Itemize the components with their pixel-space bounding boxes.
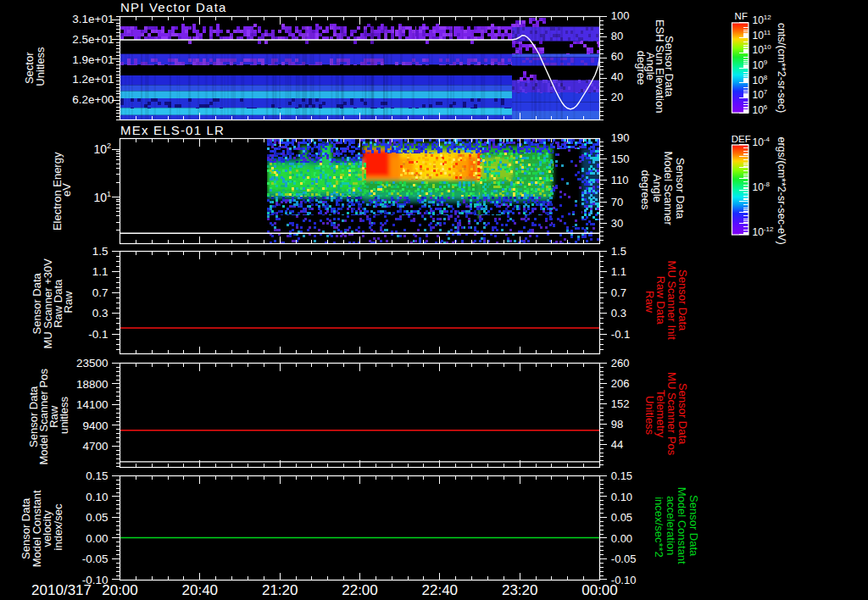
svg-text:110: 110 bbox=[611, 174, 629, 186]
svg-text:6.2e+00: 6.2e+00 bbox=[72, 93, 114, 106]
svg-text:20: 20 bbox=[611, 91, 623, 103]
svg-text:1.2e+01: 1.2e+01 bbox=[72, 73, 114, 86]
svg-text:00:00: 00:00 bbox=[581, 582, 618, 598]
svg-text:40: 40 bbox=[611, 70, 623, 83]
svg-text:3.1e+01: 3.1e+01 bbox=[72, 13, 114, 25]
svg-text:0.05: 0.05 bbox=[86, 511, 108, 524]
svg-text:30: 30 bbox=[611, 217, 623, 230]
svg-text:-0.05: -0.05 bbox=[82, 553, 108, 565]
svg-text:0.15: 0.15 bbox=[86, 469, 108, 482]
svg-text:260: 260 bbox=[611, 357, 630, 369]
svg-text:70: 70 bbox=[611, 196, 623, 208]
svg-text:20:40: 20:40 bbox=[182, 582, 219, 598]
svg-text:1.9e+01: 1.9e+01 bbox=[72, 53, 114, 66]
svg-text:98: 98 bbox=[611, 418, 623, 431]
svg-text:23:20: 23:20 bbox=[502, 582, 538, 598]
svg-text:150: 150 bbox=[611, 153, 630, 165]
svg-text:2010/317: 2010/317 bbox=[31, 582, 92, 598]
svg-text:0.7: 0.7 bbox=[611, 286, 626, 299]
svg-text:NPI Vector Data: NPI Vector Data bbox=[120, 0, 227, 14]
svg-text:Sector Unitless: Sector Unitless bbox=[23, 47, 47, 86]
svg-text:22:40: 22:40 bbox=[422, 582, 459, 598]
svg-text:-0.1: -0.1 bbox=[88, 328, 108, 341]
svg-text:0.05: 0.05 bbox=[611, 511, 632, 524]
svg-text:0.7: 0.7 bbox=[92, 286, 108, 299]
svg-text:0.00: 0.00 bbox=[86, 532, 108, 545]
svg-text:80: 80 bbox=[611, 30, 623, 42]
svg-text:0.00: 0.00 bbox=[611, 532, 632, 545]
svg-text:0.10: 0.10 bbox=[86, 491, 108, 503]
svg-text:14100: 14100 bbox=[76, 398, 108, 411]
svg-text:cnts/(cm**2-sr-sec): cnts/(cm**2-sr-sec) bbox=[776, 23, 787, 113]
svg-text:DEF: DEF bbox=[732, 134, 751, 144]
svg-text:60: 60 bbox=[611, 50, 623, 63]
svg-text:190: 190 bbox=[611, 131, 630, 144]
svg-text:4700: 4700 bbox=[82, 440, 108, 453]
svg-text:0.3: 0.3 bbox=[92, 307, 108, 319]
svg-text:-0.05: -0.05 bbox=[611, 553, 637, 565]
svg-text:0.3: 0.3 bbox=[611, 307, 626, 319]
svg-text:1.5: 1.5 bbox=[611, 245, 626, 258]
svg-text:2.5e+01: 2.5e+01 bbox=[72, 33, 114, 46]
svg-text:ergs/(cm**2-sr-sec-eV): ergs/(cm**2-sr-sec-eV) bbox=[776, 136, 787, 244]
svg-text:Sensor Data Model Constant acc: Sensor Data Model Constant acceleration … bbox=[653, 487, 700, 568]
svg-text:18800: 18800 bbox=[76, 378, 108, 391]
svg-text:MEx ELS-01 LR: MEx ELS-01 LR bbox=[120, 123, 225, 137]
svg-text:0.15: 0.15 bbox=[611, 469, 632, 482]
svg-text:1.1: 1.1 bbox=[92, 265, 108, 278]
svg-text:23500: 23500 bbox=[76, 357, 108, 369]
svg-text:206: 206 bbox=[611, 377, 630, 390]
svg-text:21:20: 21:20 bbox=[262, 582, 298, 598]
svg-text:9400: 9400 bbox=[82, 419, 108, 432]
svg-text:1.1: 1.1 bbox=[611, 265, 626, 278]
svg-text:-0.1: -0.1 bbox=[611, 328, 630, 341]
svg-text:100: 100 bbox=[611, 9, 630, 22]
svg-text:0.10: 0.10 bbox=[611, 491, 632, 503]
svg-text:NF: NF bbox=[735, 11, 748, 21]
svg-text:22:00: 22:00 bbox=[342, 582, 378, 598]
svg-text:152: 152 bbox=[611, 397, 630, 410]
svg-text:1.5: 1.5 bbox=[92, 245, 108, 258]
svg-text:44: 44 bbox=[611, 438, 623, 451]
svg-text:20:00: 20:00 bbox=[102, 582, 138, 598]
